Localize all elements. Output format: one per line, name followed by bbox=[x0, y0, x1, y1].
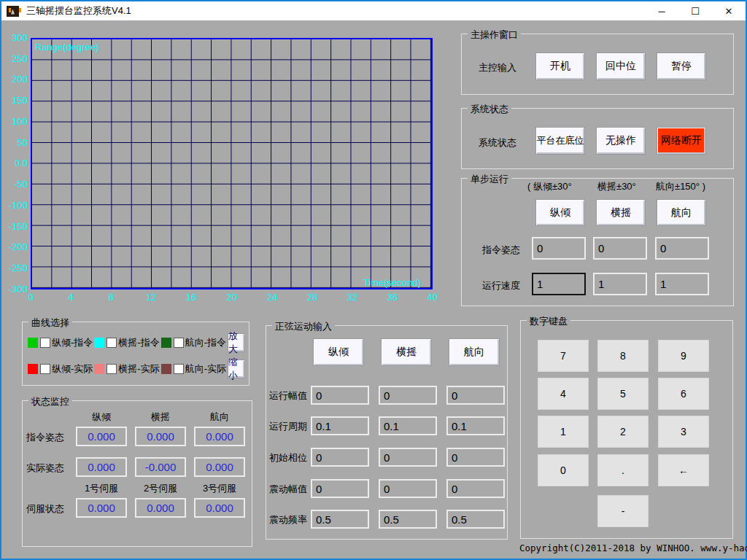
pause-button[interactable]: 暂停 bbox=[657, 52, 706, 80]
sine-input-group: 正弦运动输入 纵倾 横摇 航向 运行幅值 0 0 0 运行周期 0.1 0.1 … bbox=[266, 325, 508, 540]
phase-yaw-field[interactable]: 0 bbox=[446, 448, 505, 467]
vib-amplitude-yaw-field[interactable]: 0 bbox=[446, 479, 505, 498]
col-header-pitch: 纵倾 bbox=[76, 411, 127, 424]
speed-pitch-field[interactable]: 1 bbox=[532, 273, 586, 295]
initial-phase-label: 初始相位 bbox=[269, 451, 307, 464]
close-icon[interactable]: ✕ bbox=[712, 1, 746, 20]
y-axis-tick: -100 bbox=[1, 200, 28, 211]
key-5[interactable]: 5 bbox=[597, 378, 649, 410]
key-1[interactable]: 1 bbox=[538, 416, 589, 448]
step-run-group-title: 单步运行 bbox=[468, 173, 511, 186]
y-axis-tick: 200 bbox=[1, 74, 28, 85]
key-backspace[interactable]: ← bbox=[658, 454, 709, 486]
network-disconnected-indicator[interactable]: 网络断开 bbox=[657, 127, 706, 155]
step-yaw-button[interactable]: 航向 bbox=[657, 199, 706, 226]
x-axis-tick: 16 bbox=[180, 292, 202, 303]
main-ops-group: 主操作窗口 主控输入 开机 回中位 暂停 bbox=[461, 34, 734, 95]
servo-status-row-label: 伺服状态 bbox=[26, 502, 64, 516]
sine-pitch-button[interactable]: 纵倾 bbox=[313, 338, 364, 366]
servo2-header: 2号伺服 bbox=[135, 482, 186, 495]
roll-actual-checkbox[interactable] bbox=[107, 364, 117, 374]
speed-roll-field[interactable]: 1 bbox=[593, 273, 647, 295]
no-operation-indicator[interactable]: 无操作 bbox=[596, 127, 646, 155]
y-axis-tick: -200 bbox=[1, 241, 28, 252]
minimize-icon[interactable]: ─ bbox=[645, 1, 678, 20]
y-axis-tick: -150 bbox=[1, 221, 28, 232]
x-axis-tick: 8 bbox=[100, 292, 122, 303]
run-period-label: 运行周期 bbox=[269, 420, 307, 433]
maximize-icon[interactable]: ☐ bbox=[678, 1, 712, 20]
trend-chart-plot-area bbox=[31, 38, 433, 289]
y-axis-tick: -250 bbox=[1, 262, 28, 273]
vib-frequency-pitch-field[interactable]: 0.5 bbox=[311, 510, 369, 529]
period-yaw-field[interactable]: 0.1 bbox=[446, 416, 505, 435]
power-on-button[interactable]: 开机 bbox=[535, 52, 585, 80]
vib-amplitude-pitch-field[interactable]: 0 bbox=[311, 479, 369, 498]
zoom-in-button[interactable]: 放大 bbox=[228, 333, 245, 352]
cmd-pitch-field[interactable]: 0 bbox=[532, 237, 586, 260]
key-6[interactable]: 6 bbox=[658, 378, 709, 410]
key-2[interactable]: 2 bbox=[597, 416, 649, 448]
cmd-pitch-readout: 0.000 bbox=[76, 427, 127, 446]
amplitude-yaw-field[interactable]: 0 bbox=[446, 386, 505, 405]
key-4[interactable]: 4 bbox=[538, 378, 589, 410]
status-monitor-group: 状态监控 纵倾 横摇 航向 指令姿态 0.000 0.000 0.000 实际姿… bbox=[22, 400, 252, 547]
servo1-header: 1号伺服 bbox=[76, 482, 127, 495]
zoom-out-button[interactable]: 缩小 bbox=[228, 359, 245, 378]
return-center-button[interactable]: 回中位 bbox=[596, 52, 646, 80]
speed-yaw-field[interactable]: 1 bbox=[655, 273, 709, 295]
x-axis-title: Time(second) bbox=[363, 277, 421, 288]
actual-yaw-readout: 0.000 bbox=[194, 457, 245, 477]
x-axis-tick: 40 bbox=[422, 292, 444, 303]
sine-input-group-title: 正弦运动输入 bbox=[272, 320, 335, 333]
key-decimal[interactable]: . bbox=[597, 454, 649, 486]
x-axis-tick: 0 bbox=[20, 292, 42, 303]
x-axis-tick: 20 bbox=[221, 292, 243, 303]
yaw-command-checkbox[interactable] bbox=[174, 338, 184, 348]
amplitude-pitch-field[interactable]: 0 bbox=[311, 386, 369, 405]
window-title: 三轴摇摆台监控系统V4.1 bbox=[26, 4, 131, 18]
amplitude-roll-field[interactable]: 0 bbox=[379, 386, 437, 405]
sine-roll-button[interactable]: 横摇 bbox=[381, 338, 432, 366]
key-9[interactable]: 9 bbox=[658, 340, 709, 372]
curve-select-group: 曲线选择 纵倾-指令 横摇-指令 航向-指令 放大 纵倾-实际 横摇-实际 航向… bbox=[22, 322, 249, 386]
key-8[interactable]: 8 bbox=[597, 340, 649, 372]
yaw-actual-checkbox[interactable] bbox=[174, 364, 184, 374]
pitch-actual-checkbox[interactable] bbox=[40, 364, 50, 374]
period-pitch-field[interactable]: 0.1 bbox=[311, 416, 369, 435]
y-axis-tick: 250 bbox=[1, 53, 28, 64]
system-status-group-title: 系统状态 bbox=[468, 103, 511, 116]
key-7[interactable]: 7 bbox=[538, 340, 589, 372]
window-controls: ─ ☐ ✕ bbox=[645, 1, 746, 20]
cmd-attitude-row-label: 指令姿态 bbox=[26, 431, 64, 444]
x-axis-tick: 4 bbox=[60, 292, 82, 303]
roll-command-color-swatch bbox=[94, 338, 104, 348]
vib-amplitude-roll-field[interactable]: 0 bbox=[379, 479, 437, 498]
roll-range-note: 横摇±30° bbox=[597, 180, 636, 193]
y-axis-tick: 300 bbox=[1, 32, 28, 43]
sine-yaw-button[interactable]: 航向 bbox=[449, 338, 500, 366]
pitch-command-checkbox[interactable] bbox=[40, 338, 50, 348]
roll-command-checkbox[interactable] bbox=[107, 338, 117, 348]
main-ops-group-title: 主操作窗口 bbox=[468, 28, 521, 42]
cmd-roll-field[interactable]: 0 bbox=[593, 237, 647, 260]
step-pitch-button[interactable]: 纵倾 bbox=[535, 199, 585, 226]
x-axis-tick: 32 bbox=[341, 292, 363, 303]
vib-frequency-roll-field[interactable]: 0.5 bbox=[379, 510, 437, 529]
step-roll-button[interactable]: 横摇 bbox=[596, 199, 646, 226]
y-axis-tick: 100 bbox=[1, 116, 28, 127]
x-axis-tick: 24 bbox=[261, 292, 283, 303]
key-0[interactable]: 0 bbox=[538, 454, 589, 486]
pitch-command-label: 纵倾-指令 bbox=[52, 336, 93, 349]
phase-pitch-field[interactable]: 0 bbox=[311, 448, 369, 467]
period-roll-field[interactable]: 0.1 bbox=[379, 416, 437, 435]
key-minus[interactable]: - bbox=[597, 495, 649, 527]
yaw-command-label: 航向-指令 bbox=[185, 336, 226, 349]
platform-bottom-indicator[interactable]: 平台在底位 bbox=[535, 127, 585, 155]
vib-frequency-yaw-field[interactable]: 0.5 bbox=[446, 510, 505, 529]
system-status-label: 系统状态 bbox=[479, 136, 516, 149]
key-3[interactable]: 3 bbox=[658, 416, 709, 448]
cmd-yaw-field[interactable]: 0 bbox=[655, 237, 709, 260]
pitch-command-color-swatch bbox=[28, 338, 38, 348]
phase-roll-field[interactable]: 0 bbox=[379, 448, 437, 467]
